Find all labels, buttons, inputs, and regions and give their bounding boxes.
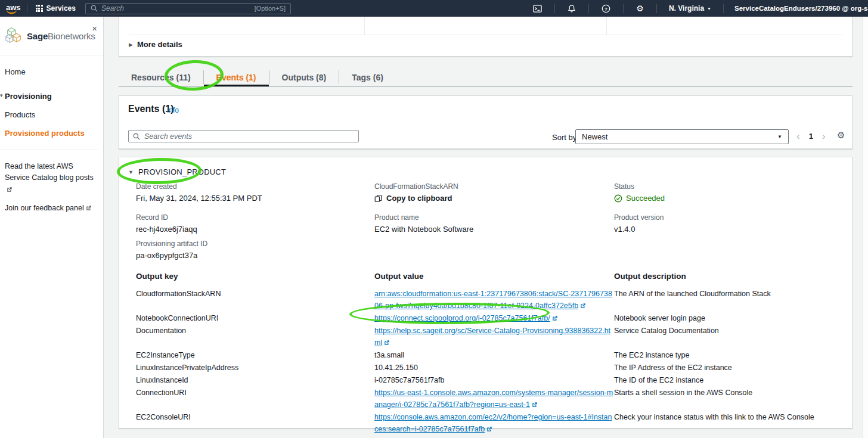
- outputs-header-description: Output description: [614, 271, 841, 288]
- chevron-down-icon: ▼: [777, 134, 782, 139]
- close-icon[interactable]: ×: [92, 24, 97, 33]
- events-search-box[interactable]: [128, 130, 359, 142]
- cloudshell-button[interactable]: [526, 0, 548, 17]
- notifications-button[interactable]: [561, 0, 582, 17]
- triangle-right-icon: ▶: [129, 42, 133, 48]
- output-description: Service Catalog Documentation: [614, 325, 841, 337]
- output-link[interactable]: https://us-east-1.console.aws.amazon.com…: [374, 389, 613, 409]
- question-circle-icon: ?: [602, 4, 610, 13]
- previous-page-button[interactable]: ‹: [796, 131, 800, 141]
- sidebar-item-products[interactable]: Products: [5, 110, 98, 119]
- services-grid-icon: [36, 5, 43, 12]
- output-value: t3a.small: [374, 349, 614, 362]
- sidebar-divider: [0, 150, 98, 150]
- external-link-icon: [486, 426, 492, 432]
- field-product-name: Product name EC2 with Notebook Software: [374, 213, 473, 234]
- tab-tags[interactable]: Tags (6): [339, 68, 396, 86]
- event-name: PROVISION_PRODUCT: [138, 167, 226, 176]
- help-button[interactable]: ?: [595, 0, 617, 17]
- output-value: https://help.sc.sageit.org/sc/Service-Ca…: [374, 325, 614, 349]
- tab-resources[interactable]: Resources (11): [119, 68, 203, 86]
- copy-icon: [374, 194, 382, 203]
- main-content: ▶ More details Resources (11) Events (1)…: [104, 17, 868, 438]
- settings-button[interactable]: ⚙: [630, 0, 650, 17]
- horizontal-divider: [129, 35, 842, 35]
- account-menu[interactable]: ServiceCatalogEndusers/273960 @ org-sage…: [730, 5, 868, 12]
- services-label: Services: [46, 4, 76, 13]
- output-key: EC2ConsoleURI: [136, 411, 374, 424]
- outputs-header-key: Output key: [136, 271, 374, 288]
- sort-dropdown[interactable]: Newest ▼: [575, 129, 789, 144]
- caret-down-icon: ▾: [0, 92, 3, 98]
- region-label: N. Virginia: [669, 4, 704, 13]
- external-link-icon: [86, 205, 92, 211]
- preferences-gear-button[interactable]: ⚙: [837, 130, 845, 141]
- tab-bar: Resources (11) Events (1) Outputs (8) Ta…: [119, 68, 852, 87]
- output-key: EC2InstanceType: [136, 349, 374, 362]
- output-value: arn:aws:cloudformation:us-east-1:2371796…: [374, 288, 614, 312]
- nav-divider: [554, 4, 555, 13]
- tab-events[interactable]: Events (1): [204, 68, 269, 86]
- output-link[interactable]: https://help.sc.sageit.org/sc/Service-Ca…: [374, 327, 610, 347]
- events-search-input[interactable]: [144, 132, 354, 141]
- sidebar-item-provisioning[interactable]: ▾ Provisioning: [5, 92, 98, 101]
- output-value: https://console.aws.amazon.com/ec2/v2/ho…: [374, 411, 614, 436]
- output-value: https://us-east-1.console.aws.amazon.com…: [374, 387, 614, 411]
- field-status: Status Succeeded: [614, 182, 665, 203]
- output-key: NotebookConnectionURI: [136, 312, 374, 325]
- field-product-version: Product version v1.4.0: [614, 213, 664, 234]
- event-expander[interactable]: ▼ PROVISION_PRODUCT: [128, 167, 226, 176]
- nav-divider: [27, 4, 27, 13]
- sidebar-item-home[interactable]: Home: [5, 67, 98, 76]
- more-details-expander[interactable]: ▶ More details: [129, 40, 182, 49]
- output-description: Starts a shell session in the AWS Consol…: [614, 387, 841, 399]
- output-description: Check your instance status with this lin…: [614, 411, 841, 424]
- feedback-panel-link[interactable]: Join our feedback panel: [5, 203, 97, 214]
- scrollbar-track[interactable]: [863, 17, 868, 438]
- output-description: The ARN of the launched Cloudformation S…: [614, 288, 841, 300]
- tab-outputs[interactable]: Outputs (8): [269, 68, 339, 86]
- global-search-box[interactable]: [Option+S]: [85, 3, 291, 14]
- sort-selected-value: Newest: [582, 132, 607, 141]
- outputs-header-value: Output value: [374, 271, 614, 288]
- column-divider: [606, 15, 607, 35]
- nav-divider: [623, 4, 624, 13]
- output-key: ConnectionURI: [136, 387, 374, 399]
- bell-icon: [568, 4, 576, 13]
- copy-to-clipboard-button[interactable]: Copy to clipboard: [374, 194, 458, 203]
- sidebar-nav: Home ▾ Provisioning Products Provisioned…: [0, 55, 103, 138]
- output-value: 10.41.25.150: [374, 362, 614, 374]
- search-input[interactable]: [101, 4, 251, 13]
- aws-logo[interactable]: aws: [6, 3, 21, 14]
- output-key: Documentation: [136, 325, 374, 337]
- output-description: The ID of the EC2 instance: [614, 374, 841, 387]
- output-link[interactable]: https://console.aws.amazon.com/ec2/v2/ho…: [374, 413, 612, 433]
- output-description: The EC2 instance type: [614, 349, 841, 362]
- nav-divider: [656, 4, 657, 13]
- next-page-button[interactable]: ›: [822, 131, 826, 141]
- external-link-icon: [384, 340, 390, 346]
- blog-posts-link[interactable]: Read the latest AWS Service Catalog blog…: [5, 161, 97, 195]
- product-summary-card: ▶ More details: [119, 15, 852, 57]
- sidebar: SageBionetworks × Home ▾ Provisioning Pr…: [0, 17, 104, 438]
- top-navigation-bar: aws Services [Option+S] ? ⚙ N. Virginia …: [0, 0, 868, 17]
- output-key: LinuxInstanceId: [136, 374, 374, 387]
- logo-text: SageBionetworks: [27, 31, 95, 41]
- current-page-number[interactable]: 1: [809, 132, 813, 141]
- sage-cubes-icon: [5, 26, 24, 45]
- region-selector[interactable]: N. Virginia ▼: [663, 4, 717, 13]
- sidebar-item-provisioned-products[interactable]: Provisioned products: [5, 129, 98, 138]
- output-key: CloudformationStackARN: [136, 288, 374, 300]
- nav-divider: [588, 4, 589, 13]
- svg-text:?: ?: [604, 6, 607, 11]
- info-link[interactable]: Info: [167, 106, 179, 114]
- output-link[interactable]: arn:aws:cloudformation:us-east-1:2371796…: [374, 290, 612, 310]
- field-stack-arn: CloudFormationStackARN Copy to clipboard: [374, 182, 458, 203]
- output-description: Notebook server login page: [614, 312, 841, 325]
- services-menu-button[interactable]: Services: [33, 4, 78, 13]
- output-key: LinuxInstancePrivateIpAddress: [136, 362, 374, 374]
- external-link-icon: [532, 402, 538, 408]
- events-panel-header: Events (1) Info Sort by Newest ▼ ‹ 1 › ⚙: [119, 95, 852, 149]
- output-description: The IP Address of the EC2 instance: [614, 362, 841, 374]
- output-link[interactable]: https://connect.scipoolprod.org/i-02785c…: [374, 314, 550, 322]
